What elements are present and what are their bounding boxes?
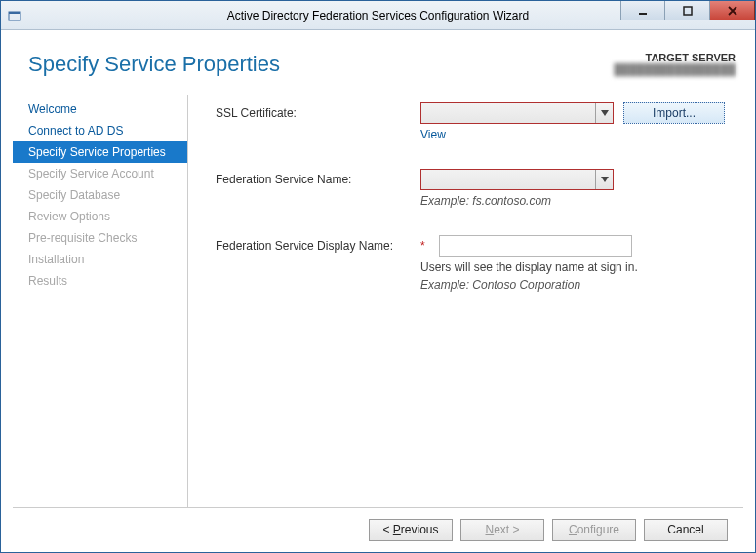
ssl-certificate-value	[421, 103, 595, 123]
minimize-button[interactable]	[620, 1, 665, 20]
hint-federation-service-name: Example: fs.contoso.com	[420, 194, 732, 208]
sidebar-item-installation: Installation	[13, 249, 187, 270]
maximize-button[interactable]	[665, 1, 710, 20]
sidebar-item-results: Results	[13, 270, 187, 292]
view-link[interactable]: View	[420, 128, 732, 141]
federation-display-name-input[interactable]	[439, 235, 632, 257]
label-federation-service-name: Federation Service Name:	[216, 169, 420, 186]
configure-button: Configure	[552, 519, 636, 541]
row-ssl-certificate: SSL Certificate: Import... View	[216, 102, 732, 141]
info-display-name: Users will see the display name at sign …	[420, 260, 732, 274]
svg-rect-3	[684, 7, 692, 15]
label-federation-display-name: Federation Service Display Name:	[216, 235, 420, 253]
hint-display-name: Example: Contoso Corporation	[420, 278, 732, 292]
wizard-sidebar: Welcome Connect to AD DS Specify Service…	[13, 95, 188, 507]
sidebar-item-specify-database: Specify Database	[13, 184, 187, 206]
target-server-label: TARGET SERVER	[614, 52, 736, 63]
maximize-icon	[683, 6, 693, 16]
title-bar: Active Directory Federation Services Con…	[1, 1, 755, 30]
required-indicator: *	[420, 239, 425, 253]
label-ssl-certificate: SSL Certificate:	[216, 102, 420, 120]
wizard-window: Active Directory Federation Services Con…	[0, 0, 756, 553]
sidebar-item-connect-ad-ds[interactable]: Connect to AD DS	[13, 120, 187, 141]
sidebar-item-service-account: Specify Service Account	[13, 163, 187, 184]
federation-service-name-dropdown[interactable]	[420, 169, 614, 190]
sidebar-item-service-properties[interactable]: Specify Service Properties	[13, 141, 187, 163]
next-button: Next >	[460, 519, 544, 541]
minimize-icon	[638, 6, 648, 16]
federation-service-name-value	[421, 170, 595, 189]
close-button[interactable]	[710, 1, 755, 20]
previous-button[interactable]: < Previous	[369, 519, 453, 541]
sidebar-item-welcome[interactable]: Welcome	[13, 99, 187, 120]
target-server-block: TARGET SERVER ████████████████	[614, 52, 736, 77]
app-icon	[1, 1, 28, 30]
row-federation-service-name: Federation Service Name: Example: fs.con…	[216, 169, 732, 208]
sidebar-item-prereq-checks: Pre-requisite Checks	[13, 227, 187, 249]
cancel-button[interactable]: Cancel	[644, 519, 728, 541]
svg-rect-1	[9, 12, 20, 14]
form-area: SSL Certificate: Import... View	[188, 95, 743, 507]
target-server-value: ████████████████	[614, 63, 736, 77]
chevron-down-icon	[595, 103, 613, 123]
page-title: Specify Service Properties	[28, 52, 280, 77]
wizard-body: Specify Service Properties TARGET SERVER…	[1, 30, 755, 552]
import-button[interactable]: Import...	[623, 102, 725, 124]
row-federation-display-name: Federation Service Display Name: * Users…	[216, 235, 732, 292]
wizard-footer: < Previous Next > Configure Cancel	[13, 507, 743, 552]
ssl-certificate-dropdown[interactable]	[420, 102, 614, 124]
svg-rect-2	[639, 13, 647, 15]
chevron-down-icon	[595, 170, 613, 189]
window-controls	[620, 1, 755, 20]
sidebar-item-review-options: Review Options	[13, 206, 187, 227]
header-row: Specify Service Properties TARGET SERVER…	[13, 42, 743, 77]
content-area: Welcome Connect to AD DS Specify Service…	[13, 95, 743, 507]
close-icon	[728, 6, 737, 16]
